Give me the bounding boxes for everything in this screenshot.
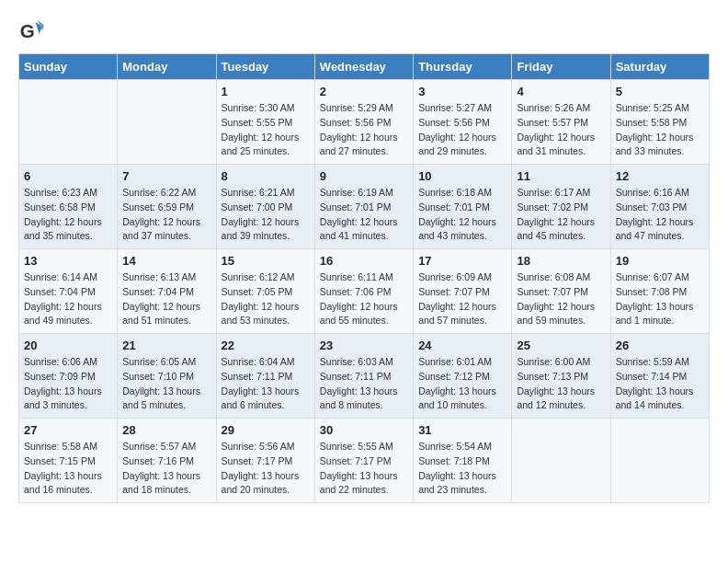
calendar-cell: 13Sunrise: 6:14 AM Sunset: 7:04 PM Dayli… [19,249,118,334]
page-header: G [18,18,710,44]
calendar-cell: 26Sunrise: 5:59 AM Sunset: 7:14 PM Dayli… [610,334,709,419]
day-info: Sunrise: 5:59 AM Sunset: 7:14 PM Dayligh… [616,355,704,413]
calendar-cell: 10Sunrise: 6:18 AM Sunset: 7:01 PM Dayli… [414,165,512,249]
day-number: 20 [24,339,112,352]
column-header-tuesday: Tuesday [216,54,314,80]
day-info: Sunrise: 5:29 AM Sunset: 5:56 PM Dayligh… [320,101,408,159]
calendar-cell: 24Sunrise: 6:01 AM Sunset: 7:12 PM Dayli… [414,334,512,419]
day-info: Sunrise: 6:16 AM Sunset: 7:03 PM Dayligh… [616,186,704,244]
day-number: 18 [517,254,605,268]
calendar-cell: 11Sunrise: 6:17 AM Sunset: 7:02 PM Dayli… [512,165,610,249]
day-number: 11 [517,169,605,183]
day-info: Sunrise: 6:05 AM Sunset: 7:10 PM Dayligh… [122,355,210,413]
day-info: Sunrise: 5:54 AM Sunset: 7:18 PM Dayligh… [418,440,506,498]
day-number: 15 [222,254,310,268]
day-number: 24 [418,339,506,352]
column-header-monday: Monday [118,54,216,80]
day-number: 28 [122,423,210,437]
day-number: 25 [517,339,605,352]
day-info: Sunrise: 6:08 AM Sunset: 7:07 PM Dayligh… [517,270,605,328]
day-number: 3 [418,85,506,98]
day-number: 29 [222,423,310,437]
calendar-cell: 30Sunrise: 5:55 AM Sunset: 7:17 PM Dayli… [314,419,413,503]
calendar-week-row: 27Sunrise: 5:58 AM Sunset: 7:15 PM Dayli… [19,419,710,503]
calendar-cell: 27Sunrise: 5:58 AM Sunset: 7:15 PM Dayli… [19,419,118,503]
calendar-week-row: 20Sunrise: 6:06 AM Sunset: 7:09 PM Dayli… [19,334,710,419]
day-number: 4 [517,85,605,98]
calendar-cell: 12Sunrise: 6:16 AM Sunset: 7:03 PM Dayli… [610,165,709,249]
calendar-cell [512,419,610,503]
day-number: 9 [320,169,408,183]
day-info: Sunrise: 6:01 AM Sunset: 7:12 PM Dayligh… [418,355,506,413]
logo-icon: G [18,18,44,44]
day-info: Sunrise: 5:26 AM Sunset: 5:57 PM Dayligh… [517,101,605,159]
column-header-thursday: Thursday [414,54,512,80]
day-info: Sunrise: 5:30 AM Sunset: 5:55 PM Dayligh… [222,101,310,159]
calendar-cell: 7Sunrise: 6:22 AM Sunset: 6:59 PM Daylig… [118,165,216,249]
calendar-week-row: 13Sunrise: 6:14 AM Sunset: 7:04 PM Dayli… [19,249,710,334]
day-number: 30 [320,423,408,437]
calendar-cell: 28Sunrise: 5:57 AM Sunset: 7:16 PM Dayli… [118,419,216,503]
day-info: Sunrise: 6:06 AM Sunset: 7:09 PM Dayligh… [24,355,112,413]
calendar-header-row: SundayMondayTuesdayWednesdayThursdayFrid… [19,54,710,80]
calendar-cell: 9Sunrise: 6:19 AM Sunset: 7:01 PM Daylig… [314,165,413,249]
calendar-cell: 5Sunrise: 5:25 AM Sunset: 5:58 PM Daylig… [610,80,709,165]
day-info: Sunrise: 5:27 AM Sunset: 5:56 PM Dayligh… [418,101,506,159]
day-number: 10 [418,169,506,183]
calendar-cell: 2Sunrise: 5:29 AM Sunset: 5:56 PM Daylig… [314,80,413,165]
svg-text:G: G [20,20,35,41]
day-info: Sunrise: 6:21 AM Sunset: 7:00 PM Dayligh… [222,186,310,244]
day-info: Sunrise: 5:57 AM Sunset: 7:16 PM Dayligh… [122,440,210,498]
calendar-cell: 15Sunrise: 6:12 AM Sunset: 7:05 PM Dayli… [216,249,314,334]
calendar-cell: 1Sunrise: 5:30 AM Sunset: 5:55 PM Daylig… [216,80,314,165]
day-number: 14 [122,254,210,268]
calendar-cell: 17Sunrise: 6:09 AM Sunset: 7:07 PM Dayli… [414,249,512,334]
calendar-cell: 29Sunrise: 5:56 AM Sunset: 7:17 PM Dayli… [216,419,314,503]
calendar-cell: 14Sunrise: 6:13 AM Sunset: 7:04 PM Dayli… [118,249,216,334]
calendar-cell: 8Sunrise: 6:21 AM Sunset: 7:00 PM Daylig… [216,165,314,249]
calendar-cell [118,80,216,165]
day-info: Sunrise: 6:17 AM Sunset: 7:02 PM Dayligh… [517,186,605,244]
day-info: Sunrise: 5:58 AM Sunset: 7:15 PM Dayligh… [24,440,112,498]
day-info: Sunrise: 6:19 AM Sunset: 7:01 PM Dayligh… [320,186,408,244]
calendar-cell: 23Sunrise: 6:03 AM Sunset: 7:11 PM Dayli… [314,334,413,419]
day-number: 8 [222,169,310,183]
calendar-cell [610,419,709,503]
day-info: Sunrise: 6:14 AM Sunset: 7:04 PM Dayligh… [24,270,112,328]
day-info: Sunrise: 6:22 AM Sunset: 6:59 PM Dayligh… [122,186,210,244]
day-number: 26 [616,339,704,352]
day-number: 21 [122,339,210,352]
calendar-cell: 21Sunrise: 6:05 AM Sunset: 7:10 PM Dayli… [118,334,216,419]
day-info: Sunrise: 6:03 AM Sunset: 7:11 PM Dayligh… [320,355,408,413]
column-header-saturday: Saturday [610,54,709,80]
day-info: Sunrise: 6:11 AM Sunset: 7:06 PM Dayligh… [320,270,408,328]
day-info: Sunrise: 6:13 AM Sunset: 7:04 PM Dayligh… [122,270,210,328]
day-number: 22 [222,339,310,352]
calendar-cell: 16Sunrise: 6:11 AM Sunset: 7:06 PM Dayli… [314,249,413,334]
day-number: 16 [320,254,408,268]
day-number: 27 [24,423,112,437]
logo: G [18,18,46,44]
calendar-cell: 4Sunrise: 5:26 AM Sunset: 5:57 PM Daylig… [512,80,610,165]
day-number: 13 [24,254,112,268]
day-info: Sunrise: 6:04 AM Sunset: 7:11 PM Dayligh… [222,355,310,413]
calendar-week-row: 6Sunrise: 6:23 AM Sunset: 6:58 PM Daylig… [19,165,710,249]
calendar-week-row: 1Sunrise: 5:30 AM Sunset: 5:55 PM Daylig… [19,80,710,165]
day-info: Sunrise: 5:25 AM Sunset: 5:58 PM Dayligh… [616,101,704,159]
day-info: Sunrise: 6:18 AM Sunset: 7:01 PM Dayligh… [418,186,506,244]
calendar-cell: 20Sunrise: 6:06 AM Sunset: 7:09 PM Dayli… [19,334,118,419]
calendar-cell [19,80,118,165]
day-number: 19 [616,254,704,268]
day-number: 12 [616,169,704,183]
day-number: 5 [616,85,704,98]
calendar-cell: 22Sunrise: 6:04 AM Sunset: 7:11 PM Dayli… [216,334,314,419]
calendar-cell: 3Sunrise: 5:27 AM Sunset: 5:56 PM Daylig… [414,80,512,165]
day-info: Sunrise: 6:09 AM Sunset: 7:07 PM Dayligh… [418,270,506,328]
day-info: Sunrise: 6:00 AM Sunset: 7:13 PM Dayligh… [517,355,605,413]
day-number: 17 [418,254,506,268]
day-info: Sunrise: 6:07 AM Sunset: 7:08 PM Dayligh… [616,270,704,328]
day-info: Sunrise: 5:55 AM Sunset: 7:17 PM Dayligh… [320,440,408,498]
day-number: 23 [320,339,408,352]
calendar-table: SundayMondayTuesdayWednesdayThursdayFrid… [18,53,710,503]
day-number: 6 [24,169,112,183]
